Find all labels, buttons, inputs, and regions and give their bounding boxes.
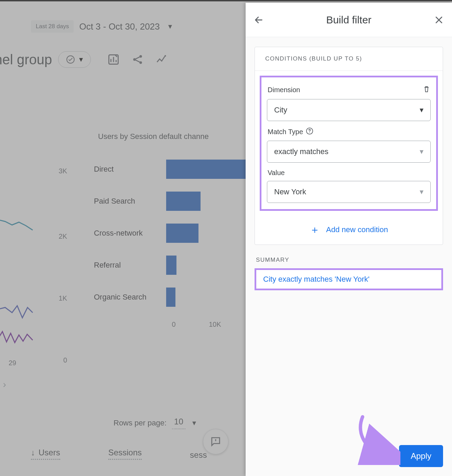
bar-label: Paid Search — [94, 197, 163, 206]
panel-footer: Apply — [246, 438, 452, 476]
metric-tabs: ↓ Users Sessions sess — [31, 448, 207, 460]
back-icon[interactable] — [254, 15, 263, 25]
apply-button[interactable]: Apply — [399, 445, 443, 467]
dimension-value: City — [274, 106, 287, 115]
match-type-label: Match Type — [268, 128, 303, 136]
value-label-row: Value — [268, 169, 431, 177]
date-range-text: Oct 3 - Oct 30, 2023 — [79, 21, 160, 32]
panel-body: CONDITIONS (BUILD UP TO 5) Dimension Cit… — [246, 37, 452, 438]
mini-line-chart — [0, 201, 36, 373]
bar-row: Referral — [94, 256, 252, 275]
caret-down-icon: ▾ — [420, 147, 423, 156]
bar-fill — [166, 192, 201, 211]
bar-label: Referral — [94, 261, 163, 270]
rows-per-page-label: Rows per page: — [114, 419, 166, 428]
bar-row: Cross-network — [94, 224, 252, 243]
bar-row: Direct — [94, 160, 252, 179]
bar-row: Paid Search — [94, 192, 252, 211]
y-tick: 3K — [59, 167, 67, 175]
tab-users[interactable]: ↓ Users — [31, 448, 60, 460]
value-select[interactable]: New York ▾ — [267, 181, 431, 203]
summary-label: SUMMARY — [256, 257, 443, 263]
feedback-icon — [210, 436, 222, 447]
summary-highlight: City exactly matches 'New York' — [255, 268, 443, 290]
panel-header: Build filter — [246, 3, 452, 37]
report-title-row: annel group ▾ — [0, 51, 168, 68]
conditions-header: CONDITIONS (BUILD UP TO 5) — [255, 47, 443, 71]
value-label: Value — [268, 169, 285, 177]
dimension-label-row: Dimension — [268, 85, 431, 95]
caret-down-icon: ▾ — [420, 106, 423, 115]
rows-per-page-value: 10 — [172, 417, 185, 429]
dimension-label: Dimension — [268, 86, 300, 94]
partial-column: sess — [190, 450, 207, 460]
caret-down-icon: ▾ — [420, 187, 423, 196]
bar-fill — [166, 288, 175, 307]
caret-down-icon: ▾ — [192, 419, 196, 428]
insights-icon[interactable] — [155, 53, 168, 66]
x-tick: 10K — [206, 321, 224, 328]
match-type-label-row: Match Type — [268, 127, 431, 137]
feedback-button[interactable] — [203, 429, 228, 454]
check-circle-icon — [66, 55, 75, 64]
x-date-tick: 29 — [9, 359, 16, 367]
help-icon[interactable] — [306, 127, 313, 137]
match-type-value: exactly matches — [274, 147, 329, 156]
date-preset-pill: Last 28 days — [31, 20, 74, 33]
arrow-down-icon: ↓ — [31, 448, 35, 457]
close-icon[interactable] — [434, 15, 444, 25]
tab-label: Users — [39, 448, 60, 457]
chevron-down-icon: ▾ — [79, 55, 83, 64]
y-tick: 2K — [59, 232, 67, 240]
add-condition-label: Add new condition — [326, 225, 388, 234]
panel-title: Build filter — [273, 14, 424, 26]
summary-text: City exactly matches 'New York' — [263, 275, 369, 283]
bar-fill — [166, 160, 252, 179]
rows-per-page[interactable]: Rows per page: 10 ▾ — [114, 417, 196, 429]
tab-sessions[interactable]: Sessions — [108, 448, 142, 460]
build-filter-panel: Build filter CONDITIONS (BUILD UP TO 5) … — [246, 3, 452, 476]
value-value: New York — [274, 187, 306, 196]
dimension-select[interactable]: City ▾ — [267, 99, 431, 121]
trash-icon[interactable] — [422, 85, 431, 95]
tab-label: Sessions — [108, 448, 142, 457]
customize-chart-icon[interactable] — [107, 53, 120, 66]
y-tick: 1K — [59, 294, 67, 302]
partial-label: sess — [190, 450, 207, 459]
caret-down-icon: ▾ — [168, 22, 172, 31]
plus-icon: ＋ — [310, 225, 320, 235]
x-tick: 0 — [165, 321, 182, 328]
add-condition-button[interactable]: ＋ Add new condition — [255, 216, 443, 245]
bar-chart: Direct Paid Search Cross-network Referra… — [94, 160, 252, 320]
y-tick: 0 — [63, 356, 67, 364]
chart-title: Users by Session default channe — [98, 132, 209, 141]
bar-label: Cross-network — [94, 229, 163, 238]
bar-fill — [166, 224, 198, 243]
date-range-picker[interactable]: Last 28 days Oct 3 - Oct 30, 2023 ▾ — [31, 20, 172, 33]
match-type-select[interactable]: exactly matches ▾ — [267, 141, 431, 163]
bar-label: Organic Search — [94, 293, 163, 302]
bar-row: Organic Search — [94, 288, 252, 307]
bar-label: Direct — [94, 165, 163, 174]
share-icon[interactable] — [131, 53, 144, 66]
pager-next-icon[interactable]: › — [3, 379, 6, 390]
table-pager: ch ‹ › — [0, 379, 6, 390]
conditions-card: CONDITIONS (BUILD UP TO 5) Dimension Cit… — [255, 47, 443, 245]
bar-fill — [166, 256, 176, 275]
status-chip[interactable]: ▾ — [58, 51, 91, 68]
condition-block-highlight: Dimension City ▾ Match Type — [260, 76, 438, 211]
page-title: annel group — [0, 52, 52, 67]
